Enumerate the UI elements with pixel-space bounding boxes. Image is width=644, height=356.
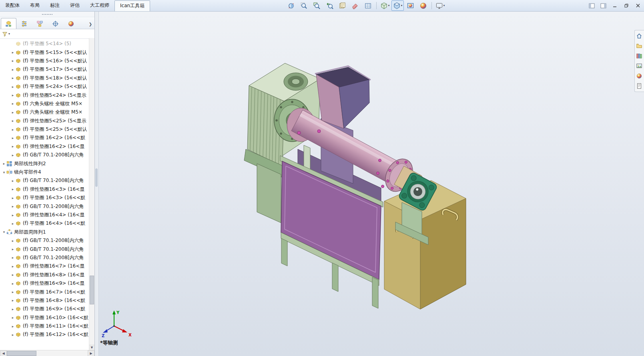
- ribbon-tab-3[interactable]: 标注: [45, 0, 65, 11]
- expand-arrow-icon[interactable]: ▸: [10, 76, 15, 80]
- tree-item[interactable]: ▸ (f) 弹性垫圈16<4> (16<显: [0, 211, 89, 219]
- expand-arrow-icon[interactable]: ▾: [2, 170, 6, 174]
- zoom-to-fit-icon[interactable]: [298, 0, 310, 11]
- expand-arrow-icon[interactable]: ▸: [10, 187, 15, 191]
- dimxpertmanager-tab[interactable]: [48, 18, 63, 29]
- tree-item[interactable]: ▸ (f) GB/T 70.1-2008[内六角: [0, 202, 89, 210]
- expand-arrow-icon[interactable]: ▸: [10, 333, 15, 337]
- tree-item[interactable]: ▸ (f) 平垫圈 5<15> (5<<默认: [0, 48, 89, 56]
- display-states-icon[interactable]: [362, 0, 374, 11]
- propertymanager-tab[interactable]: [16, 18, 32, 29]
- filter-caret-icon[interactable]: ▾: [8, 32, 10, 36]
- panel-splitter[interactable]: [95, 12, 99, 356]
- splitter-handle[interactable]: [95, 168, 98, 187]
- horizontal-scroll-track[interactable]: [7, 350, 88, 356]
- tree-horizontal-scrollbar[interactable]: ◀ ▶: [0, 350, 94, 356]
- panel-grip[interactable]: [0, 12, 94, 17]
- tree-item[interactable]: ▸ (f) 平垫圈 16<8> (16<<默: [0, 296, 89, 305]
- ribbon-tab-5[interactable]: 大工程师: [85, 0, 114, 11]
- expand-arrow-icon[interactable]: ▸: [10, 128, 15, 132]
- previous-view-icon[interactable]: [323, 0, 336, 11]
- tree-item[interactable]: ▸ (f) 平垫圈 5<18> (5<<默认: [0, 74, 89, 82]
- expand-arrow-icon[interactable]: ▸: [10, 204, 15, 208]
- home-icon[interactable]: [635, 32, 644, 40]
- expand-arrow-icon[interactable]: ▸: [10, 50, 15, 54]
- scroll-down-arrow-icon[interactable]: ▼: [89, 345, 94, 350]
- file-explorer-icon[interactable]: [635, 42, 644, 50]
- expand-arrow-icon[interactable]: ▸: [10, 110, 15, 114]
- expand-arrow-icon[interactable]: ▸: [10, 102, 15, 106]
- expand-arrow-icon[interactable]: ▸: [10, 316, 15, 320]
- tree-item[interactable]: ▸ (f) 弹性垫圈16<2> (16<显: [0, 142, 89, 151]
- tree-item[interactable]: ▸ (f) GB/T 70.1-2008[内六角: [0, 151, 89, 159]
- panel-expand-chevron-icon[interactable]: ❯: [86, 22, 94, 29]
- tree-item[interactable]: ▸ (f) 平垫圈 16<11> (16<<默: [0, 322, 89, 330]
- expand-arrow-icon[interactable]: ▸: [10, 222, 15, 226]
- close-button[interactable]: [634, 2, 642, 10]
- expand-arrow-icon[interactable]: ▸: [10, 256, 15, 260]
- tree-item[interactable]: ▸ (f) 平垫圈 16<3> (16<<默: [0, 194, 89, 202]
- tree-item[interactable]: ▸ (f) GB/T 70.1-2008[内六角: [0, 176, 89, 185]
- expand-arrow-icon[interactable]: ▸: [10, 239, 15, 243]
- scroll-left-arrow-icon[interactable]: ◀: [0, 350, 7, 356]
- tree-item[interactable]: ▸ (f) 平垫圈 5<25> (5<<默认: [0, 125, 89, 134]
- expand-arrow-icon[interactable]: ▸: [2, 162, 6, 166]
- tree-item[interactable]: ▸ (f) 弹性垫圈5<24> (5<显示: [0, 91, 89, 99]
- display-style-icon[interactable]: ▾: [391, 0, 404, 11]
- design-library-icon[interactable]: [635, 52, 644, 60]
- tree-item[interactable]: ▸ (f) 平垫圈 16<4> (16<<默: [0, 219, 89, 228]
- expand-arrow-icon[interactable]: ▸: [10, 136, 15, 140]
- expand-arrow-icon[interactable]: ▸: [10, 85, 15, 89]
- apply-scene-icon[interactable]: [336, 0, 349, 11]
- expand-arrow-icon[interactable]: ▸: [10, 196, 15, 200]
- dock-right-button[interactable]: [599, 2, 608, 10]
- expand-arrow-icon[interactable]: ▸: [10, 68, 15, 72]
- view-orientation-icon[interactable]: ▾: [379, 0, 391, 11]
- horizontal-scroll-thumb[interactable]: [7, 351, 36, 356]
- tree-item[interactable]: ▸ (f) 六角头螺栓 全螺纹 M5×: [0, 108, 89, 116]
- ribbon-tab-2[interactable]: 布局: [25, 0, 45, 11]
- tree-item[interactable]: ▸ (f) 弹性垫圈16<9> (16<显: [0, 279, 89, 288]
- expand-arrow-icon[interactable]: ▸: [10, 179, 15, 183]
- tree-filter[interactable]: ▾: [0, 29, 94, 39]
- ribbon-tab-4[interactable]: 评估: [65, 0, 85, 11]
- graphics-area[interactable]: Y X Z *等轴测: [99, 12, 644, 356]
- configurationmanager-tab[interactable]: [32, 18, 48, 29]
- vertical-scroll-thumb[interactable]: [90, 276, 94, 304]
- expand-arrow-icon[interactable]: ▸: [10, 213, 15, 217]
- view-palette-icon[interactable]: [635, 62, 644, 70]
- hide-show-items-icon[interactable]: [404, 0, 417, 11]
- tree-item[interactable]: ▸ 局部线性阵列2: [0, 159, 89, 168]
- tree-item[interactable]: ▸ (f) 弹性垫圈16<8> (16<显: [0, 271, 89, 279]
- restore-button[interactable]: [622, 2, 631, 10]
- filter-funnel-icon[interactable]: [2, 31, 8, 37]
- dock-left-button[interactable]: [587, 2, 596, 10]
- scroll-right-arrow-icon[interactable]: ▶: [88, 350, 94, 356]
- expand-arrow-icon[interactable]: ▸: [10, 307, 15, 311]
- tree-item[interactable]: ▸ (f) 平垫圈 16<10> (16<<默: [0, 314, 89, 322]
- ribbon-tab-6[interactable]: Ican工具箱: [114, 0, 150, 11]
- expand-arrow-icon[interactable]: ▸: [10, 282, 15, 286]
- tree-item[interactable]: ▸ (f) GB/T 70.1-2008[内六角: [0, 245, 89, 253]
- tree-item[interactable]: ▸ (f) 平垫圈 16<7> (16<<默: [0, 288, 89, 296]
- expand-arrow-icon[interactable]: ▸: [10, 324, 15, 328]
- zoom-to-area-icon[interactable]: [311, 0, 323, 11]
- tree-item[interactable]: ▾ 局部圆周阵列1: [0, 228, 89, 236]
- expand-arrow-icon[interactable]: ▸: [10, 290, 15, 294]
- tree-item[interactable]: ▸ (f) 六角头螺栓 全螺纹 M5×: [0, 100, 89, 108]
- appearances-icon[interactable]: [417, 0, 429, 11]
- tree-item[interactable]: ▸ (f) 平垫圈 5<17> (5<<默认: [0, 65, 89, 74]
- section-view-icon[interactable]: [285, 0, 297, 11]
- expand-arrow-icon[interactable]: ▸: [10, 93, 15, 97]
- assembly-3d-model[interactable]: [99, 12, 644, 356]
- expand-arrow-icon[interactable]: ▸: [10, 144, 15, 148]
- dropdown-caret-icon[interactable]: ▾: [388, 4, 390, 7]
- tree-item[interactable]: ▸ (f) 平垫圈 16<9> (16<<默: [0, 305, 89, 313]
- appearances-icon[interactable]: [635, 72, 644, 80]
- tree-item[interactable]: ▸ (f) 平垫圈 5<24> (5<<默认: [0, 82, 89, 91]
- expand-arrow-icon[interactable]: ▾: [2, 230, 6, 234]
- custom-properties-icon[interactable]: [635, 82, 644, 90]
- dropdown-caret-icon[interactable]: ▾: [443, 4, 445, 7]
- tree-item[interactable]: ▸ (f) 弹性垫圈16<7> (16<显: [0, 262, 89, 270]
- tree-item[interactable]: ▸ (f) GB/T 70.1-2008[内六角: [0, 254, 89, 262]
